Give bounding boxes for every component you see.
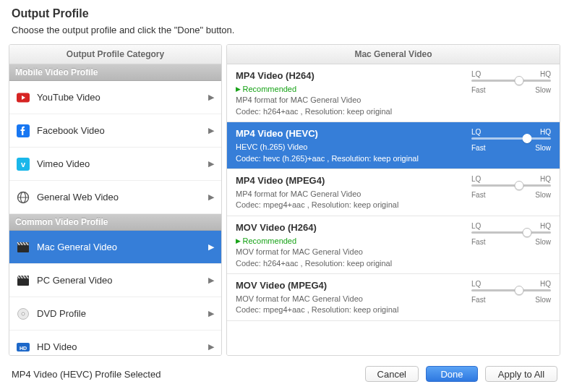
svg-rect-9 (17, 278, 29, 286)
lq-label: LQ (471, 280, 481, 288)
quality-control: LQHQFastSlow (471, 70, 551, 95)
globe-icon (17, 191, 30, 204)
slider-thumb[interactable] (523, 228, 532, 237)
category-panel: Output Profile Category Mobile Video Pro… (9, 44, 222, 356)
format-line1: MOV format for MAC General Video (236, 247, 551, 257)
quality-control: LQHQFastSlow (471, 280, 551, 305)
fast-label: Fast (471, 86, 485, 94)
disc-icon (17, 307, 30, 320)
category-item-label: Mac General Video (37, 242, 117, 252)
format-line2: Codec: h264+aac , Resolution: keep origi… (236, 106, 551, 117)
chevron-right-icon: ▶ (208, 309, 214, 318)
category-item[interactable]: General Web Video▶ (9, 181, 221, 214)
svg-rect-7 (17, 245, 29, 252)
lq-label: LQ (471, 128, 481, 136)
svg-text:v: v (21, 160, 26, 169)
format-item[interactable]: MOV Video (H264)RecommendedMOV format fo… (227, 216, 560, 274)
format-list[interactable]: MP4 Video (H264)RecommendedMP4 format fo… (227, 64, 560, 355)
svg-point-12 (22, 312, 25, 315)
category-item-label: General Web Video (37, 192, 119, 203)
dialog-subtitle: Choose the output profile and click the … (12, 25, 557, 35)
format-item[interactable]: MOV Video (MPEG4)MOV format for MAC Gene… (227, 274, 560, 321)
category-item[interactable]: Facebook Video▶ (9, 114, 221, 148)
slow-label: Slow (535, 86, 551, 94)
category-item-label: YouTube Video (37, 92, 100, 103)
svg-text:HD: HD (20, 345, 27, 350)
chevron-right-icon: ▶ (208, 342, 214, 351)
slider-thumb[interactable] (515, 181, 524, 190)
fast-label: Fast (471, 296, 485, 304)
category-group-header: Common Video Profile (9, 214, 221, 231)
category-item-label: PC General Video (37, 275, 113, 286)
format-panel: Mac General Video MP4 Video (H264)Recomm… (226, 44, 560, 356)
format-line2: Codec: h264+aac , Resolution: keep origi… (236, 258, 551, 269)
category-item[interactable]: DVD Profile▶ (9, 297, 221, 331)
clap-icon (17, 274, 30, 287)
format-item[interactable]: MP4 Video (HEVC)HEVC (h.265) VideoCodec:… (227, 122, 560, 169)
fast-label: Fast (471, 144, 485, 152)
dialog-footer: MP4 Video (HEVC) Profile Selected Cancel… (0, 356, 569, 392)
lq-label: LQ (471, 222, 481, 230)
quality-slider[interactable] (471, 184, 551, 187)
apply-to-all-button[interactable]: Apply to All (485, 366, 557, 382)
quality-slider[interactable] (471, 289, 551, 291)
lq-label: LQ (471, 175, 481, 183)
slow-label: Slow (535, 238, 551, 246)
format-line2: Codec: mpeg4+aac , Resolution: keep orig… (236, 200, 551, 210)
category-item-label: DVD Profile (37, 308, 86, 319)
dialog-header: Output Profile Choose the output profile… (0, 0, 569, 40)
hq-label: HQ (540, 222, 551, 230)
format-line2: Codec: hevc (h.265)+aac , Resolution: ke… (236, 153, 551, 164)
chevron-right-icon: ▶ (208, 242, 214, 252)
quality-slider[interactable] (471, 80, 551, 82)
format-item[interactable]: MP4 Video (H264)RecommendedMP4 format fo… (227, 64, 560, 122)
facebook-icon (17, 124, 30, 137)
lq-label: LQ (471, 70, 481, 78)
slow-label: Slow (535, 296, 551, 304)
quality-control: LQHQFastSlow (471, 222, 551, 247)
category-item[interactable]: Mac General Video▶ (9, 231, 221, 264)
chevron-right-icon: ▶ (208, 126, 214, 135)
category-item[interactable]: vVimeo Video▶ (9, 148, 221, 181)
cancel-button[interactable]: Cancel (365, 366, 419, 382)
format-item[interactable]: MP4 Video (MPEG4)MP4 format for MAC Gene… (227, 169, 560, 216)
hq-label: HQ (540, 128, 551, 136)
hq-label: HQ (540, 70, 551, 78)
dialog-title: Output Profile (12, 7, 557, 20)
dialog-body: Output Profile Category Mobile Video Pro… (0, 40, 569, 356)
category-item[interactable]: YouTube Video▶ (9, 81, 221, 114)
hq-label: HQ (540, 175, 551, 183)
chevron-right-icon: ▶ (208, 276, 214, 285)
slider-thumb[interactable] (523, 134, 532, 143)
category-item-label: Facebook Video (37, 125, 105, 136)
quality-control: LQHQFastSlow (471, 175, 551, 200)
slow-label: Slow (535, 191, 551, 199)
chevron-right-icon: ▶ (208, 159, 214, 169)
hd-icon: HD (17, 341, 30, 354)
slow-label: Slow (535, 144, 551, 152)
output-profile-dialog: Output Profile Choose the output profile… (0, 0, 569, 392)
chevron-right-icon: ▶ (208, 93, 214, 102)
category-item[interactable]: HDHD Video▶ (9, 331, 221, 355)
fast-label: Fast (471, 191, 485, 199)
category-group-header: Mobile Video Profile (9, 64, 221, 81)
quality-control: LQHQFastSlow (471, 128, 551, 153)
status-text: MP4 Video (HEVC) Profile Selected (12, 369, 358, 380)
chevron-right-icon: ▶ (208, 192, 214, 202)
format-line1: MP4 format for MAC General Video (236, 95, 551, 106)
quality-slider[interactable] (471, 231, 551, 234)
category-list[interactable]: Mobile Video ProfileYouTube Video▶Facebo… (9, 64, 221, 355)
done-button[interactable]: Done (426, 366, 478, 382)
hq-label: HQ (540, 280, 551, 288)
category-item[interactable]: PC General Video▶ (9, 264, 221, 297)
slider-thumb[interactable] (515, 76, 524, 85)
format-panel-header: Mac General Video (227, 45, 560, 64)
category-item-label: Vimeo Video (37, 158, 90, 169)
category-item-label: HD Video (37, 341, 77, 352)
category-panel-header: Output Profile Category (9, 45, 221, 64)
clap-icon (17, 241, 30, 254)
slider-thumb[interactable] (515, 286, 524, 295)
fast-label: Fast (471, 238, 485, 246)
youtube-icon (17, 91, 30, 104)
quality-slider[interactable] (471, 137, 551, 140)
